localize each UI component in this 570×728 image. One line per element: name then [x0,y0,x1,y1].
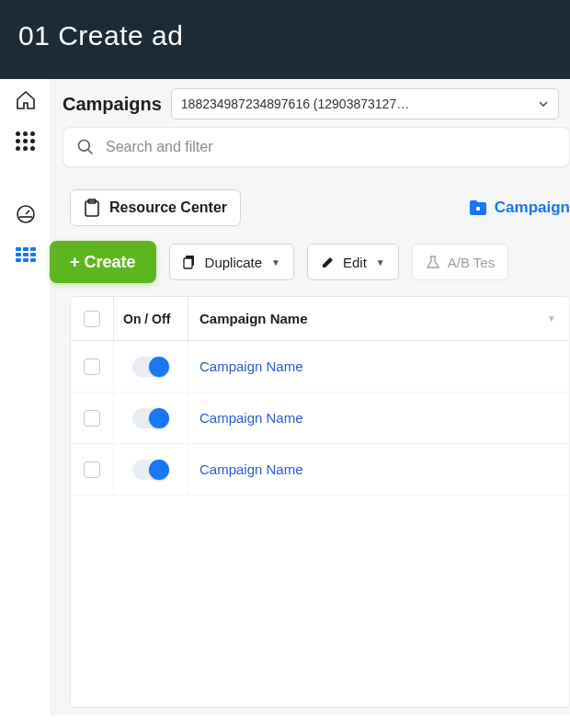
campaign-name-link[interactable]: Campaign Name [188,358,569,374]
column-header-name-label: Campaign Name [200,311,308,326]
apps-grid-icon[interactable] [14,129,38,153]
table-row: Campaign Name [71,444,569,495]
resource-center-label: Resource Center [109,199,227,216]
create-button[interactable]: + Create [50,241,156,283]
svg-point-1 [79,141,90,152]
edit-label: Edit [343,255,367,270]
edit-button[interactable]: Edit ▼ [307,244,399,280]
ab-test-label: A/B Tes [448,255,495,270]
table-header-row: On / Off Campaign Name ▼ [71,297,569,341]
row-toggle[interactable] [132,357,169,377]
campaign-name-link[interactable]: Campaign Name [188,410,569,426]
tutorial-step-title: 01 Create ad [18,20,183,51]
select-all-checkbox[interactable] [84,311,100,327]
table-row: Campaign Name [71,392,569,444]
resource-center-button[interactable]: Resource Center [70,189,241,226]
sort-caret-icon: ▼ [547,313,556,324]
column-header-onoff-label: On / Off [123,312,170,326]
row-checkbox[interactable] [84,358,100,375]
account-selector-dropdown[interactable]: 188234987234897616 (12903873127… [171,88,559,119]
search-input[interactable] [106,139,556,155]
campaigns-table: On / Off Campaign Name ▼ Campaign Name C… [70,296,570,708]
clipboard-icon [84,199,100,217]
tab-campaigns[interactable]: Campaign [460,193,570,222]
left-sidebar [0,79,51,715]
table-empty-space [71,495,569,707]
column-header-onoff[interactable]: On / Off [113,297,188,340]
toggle-knob [149,357,169,377]
table-row: Campaign Name [71,341,569,392]
home-icon[interactable] [14,88,38,112]
table-view-icon[interactable] [14,243,38,267]
column-header-name[interactable]: Campaign Name ▼ [188,311,569,326]
campaign-name-link[interactable]: Campaign Name [188,461,569,477]
gauge-icon[interactable] [14,202,38,226]
toggle-knob [149,460,169,480]
chevron-down-icon [538,98,549,109]
pencil-icon [321,255,336,269]
row-toggle[interactable] [132,460,169,480]
flask-icon [426,255,440,269]
account-selector-label: 188234987234897616 (12903873127… [181,97,409,111]
svg-rect-6 [184,258,192,268]
toggle-knob [149,408,169,428]
search-icon [76,138,95,156]
chevron-down-icon: ▼ [271,257,280,267]
duplicate-label: Duplicate [205,255,263,270]
tab-campaigns-label: Campaign [495,199,570,217]
duplicate-button[interactable]: Duplicate ▼ [169,244,294,280]
row-checkbox[interactable] [84,461,100,478]
row-toggle[interactable] [132,408,169,428]
duplicate-icon [183,255,198,269]
tutorial-step-banner: 01 Create ad [0,0,570,79]
row-checkbox[interactable] [84,410,100,427]
create-button-label: + Create [70,253,136,272]
ab-test-button[interactable]: A/B Tes [412,244,508,280]
page-title: Campaigns [63,94,162,115]
search-filter-bar[interactable] [63,127,570,167]
svg-rect-4 [476,207,480,210]
chevron-down-icon: ▼ [376,257,385,267]
folder-icon [469,199,487,216]
